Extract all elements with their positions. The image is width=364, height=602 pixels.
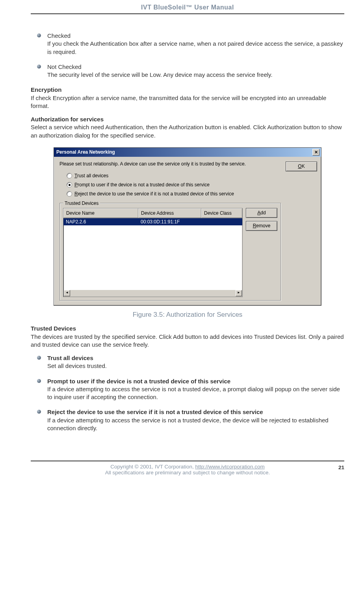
list-item: Reject the device to use the service if … — [35, 408, 344, 432]
table-row[interactable]: NAP2.2.6 00:03:0D:11:91:1F — [63, 218, 242, 225]
footer-disclaimer: All specifications are preliminary and s… — [105, 470, 270, 476]
dialog-window: Personal Area Networking ✕ Please set tr… — [54, 147, 321, 306]
copyright-text: Copyright © 2001, IVT Corporation, — [110, 464, 195, 470]
cell-device-address: 00:03:0D:11:91:1F — [138, 218, 201, 225]
page-footer: Copyright © 2001, IVT Corporation, http:… — [31, 464, 344, 476]
listview-header: Device Name Device Address Device Class — [63, 208, 242, 218]
groupbox-label: Trusted Devices — [63, 200, 100, 206]
encryption-section: Encryption If check Encryption after a s… — [31, 86, 344, 110]
dialog-title: Personal Area Networking — [56, 149, 115, 155]
trusted-devices-section: Trusted Devices The devices are trusted … — [31, 325, 344, 349]
trusted-devices-listview[interactable]: Device Name Device Address Device Class … — [63, 208, 243, 297]
dialog-instruction: Please set trust relationship. A device … — [59, 161, 282, 167]
authorization-heading: Authorization for services — [31, 116, 104, 123]
header-rule — [31, 13, 344, 14]
authorization-body: Select a service which need Authenticati… — [31, 124, 342, 138]
radio-trust-all[interactable]: Trust all devices — [67, 173, 282, 179]
bullet-body: The security level of the service will b… — [47, 71, 273, 78]
figure-caption: Figure 3.5: Authorization for Services — [31, 310, 344, 320]
trusted-devices-body: The devices are trusted by the specified… — [31, 333, 344, 348]
trusted-devices-groupbox: Trusted Devices Device Name Device Addre… — [59, 203, 281, 301]
cell-device-name: NAP2.2.6 — [63, 218, 138, 225]
add-button[interactable]: Add — [246, 208, 277, 218]
radio-reject[interactable]: Reject the device to use the service if … — [67, 191, 282, 197]
radio-label: Trust all devices — [74, 173, 108, 179]
authorization-section: Authorization for services Select a serv… — [31, 115, 344, 139]
radio-prompt[interactable]: Prompt to user if the device is not a tr… — [67, 182, 282, 188]
footer-link[interactable]: http://www.ivtcorporation.com — [195, 464, 264, 470]
list-item: Not Checked The security level of the se… — [35, 63, 344, 79]
remove-button[interactable]: Remove — [246, 221, 277, 231]
footer-rule — [31, 461, 344, 461]
column-device-address[interactable]: Device Address — [138, 208, 201, 218]
checked-bullet-list: Checked If you check the Authentication … — [35, 32, 344, 79]
ok-button[interactable]: OK — [286, 162, 317, 171]
scroll-left-icon[interactable]: ◄ — [64, 290, 70, 296]
column-device-class[interactable]: Device Class — [201, 208, 242, 218]
bullet-title: Not Checked — [47, 63, 82, 70]
radio-label: Prompt to user if the device is not a tr… — [74, 182, 210, 188]
bullet-title: Checked — [47, 32, 71, 39]
radio-icon — [67, 182, 72, 188]
encryption-heading: Encryption — [31, 86, 61, 93]
radio-icon — [67, 191, 72, 197]
trust-options-list: Trust all devices Set all devices truste… — [35, 354, 344, 432]
bullet-body: If a device attempting to access the ser… — [47, 417, 329, 431]
bullet-title: Trust all devices — [47, 355, 93, 361]
scroll-right-icon[interactable]: ► — [236, 290, 242, 296]
page-header: IVT BlueSoleil™ User Manual — [31, 4, 344, 13]
bullet-title: Prompt to user if the device is not a tr… — [47, 378, 230, 385]
list-item: Prompt to user if the device is not a tr… — [35, 377, 344, 401]
column-device-name[interactable]: Device Name — [63, 208, 138, 218]
list-item: Trust all devices Set all devices truste… — [35, 354, 344, 370]
radio-label: Reject the device to use the service if … — [74, 191, 234, 197]
list-item: Checked If you check the Authentication … — [35, 32, 344, 56]
bullet-body: If a device attempting to access the ser… — [47, 386, 340, 400]
bullet-title: Reject the device to use the service if … — [47, 409, 263, 415]
radio-icon — [67, 173, 72, 178]
close-icon: ✕ — [314, 150, 318, 154]
bullet-body: Set all devices trusted. — [47, 362, 107, 369]
trusted-devices-heading: Trusted Devices — [31, 325, 76, 332]
encryption-body: If check Encryption after a service name… — [31, 95, 326, 109]
dialog-titlebar: Personal Area Networking ✕ — [54, 148, 321, 157]
page-number: 21 — [332, 464, 344, 470]
figure-wrap: Personal Area Networking ✕ Please set tr… — [31, 147, 344, 306]
horizontal-scrollbar[interactable]: ◄ ► — [64, 290, 242, 296]
bullet-body: If you check the Authentication box afte… — [47, 40, 343, 55]
cell-device-class — [201, 218, 242, 225]
close-button[interactable]: ✕ — [312, 149, 319, 156]
